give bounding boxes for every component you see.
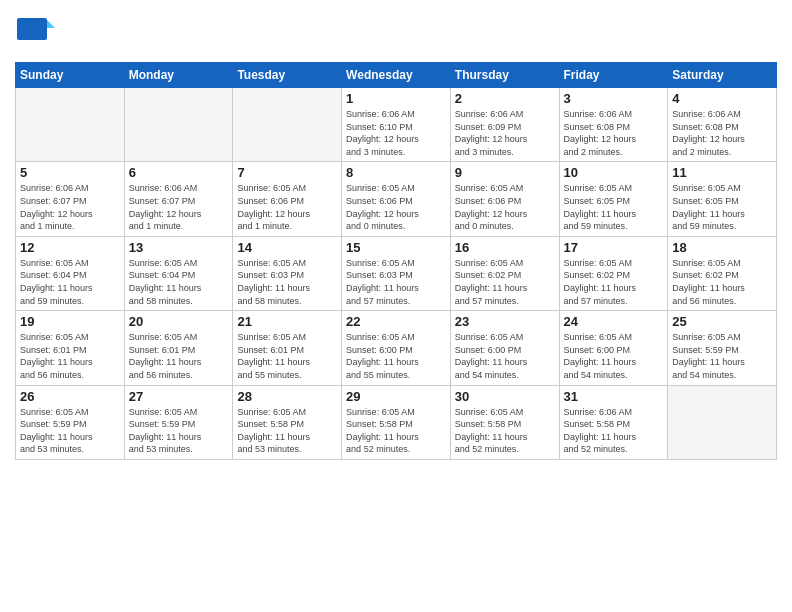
day-header-tuesday: Tuesday [233, 63, 342, 88]
day-header-thursday: Thursday [450, 63, 559, 88]
week-row-4: 19Sunrise: 6:05 AM Sunset: 6:01 PM Dayli… [16, 311, 777, 385]
day-number: 11 [672, 165, 772, 180]
day-number: 5 [20, 165, 120, 180]
calendar-cell: 1Sunrise: 6:06 AM Sunset: 6:10 PM Daylig… [342, 88, 451, 162]
day-info: Sunrise: 6:05 AM Sunset: 6:02 PM Dayligh… [564, 257, 664, 307]
calendar-cell: 8Sunrise: 6:05 AM Sunset: 6:06 PM Daylig… [342, 162, 451, 236]
calendar-cell: 2Sunrise: 6:06 AM Sunset: 6:09 PM Daylig… [450, 88, 559, 162]
day-info: Sunrise: 6:05 AM Sunset: 6:00 PM Dayligh… [455, 331, 555, 381]
calendar-cell: 27Sunrise: 6:05 AM Sunset: 5:59 PM Dayli… [124, 385, 233, 459]
day-number: 28 [237, 389, 337, 404]
calendar-cell: 11Sunrise: 6:05 AM Sunset: 6:05 PM Dayli… [668, 162, 777, 236]
header-row: SundayMondayTuesdayWednesdayThursdayFrid… [16, 63, 777, 88]
day-number: 26 [20, 389, 120, 404]
day-header-sunday: Sunday [16, 63, 125, 88]
day-number: 10 [564, 165, 664, 180]
logo-icon [15, 10, 55, 50]
week-row-5: 26Sunrise: 6:05 AM Sunset: 5:59 PM Dayli… [16, 385, 777, 459]
calendar-cell: 29Sunrise: 6:05 AM Sunset: 5:58 PM Dayli… [342, 385, 451, 459]
day-info: Sunrise: 6:05 AM Sunset: 6:01 PM Dayligh… [20, 331, 120, 381]
day-number: 14 [237, 240, 337, 255]
calendar-cell: 6Sunrise: 6:06 AM Sunset: 6:07 PM Daylig… [124, 162, 233, 236]
day-info: Sunrise: 6:05 AM Sunset: 6:05 PM Dayligh… [564, 182, 664, 232]
day-number: 8 [346, 165, 446, 180]
calendar-header: SundayMondayTuesdayWednesdayThursdayFrid… [16, 63, 777, 88]
calendar-cell: 19Sunrise: 6:05 AM Sunset: 6:01 PM Dayli… [16, 311, 125, 385]
day-info: Sunrise: 6:05 AM Sunset: 6:03 PM Dayligh… [237, 257, 337, 307]
day-info: Sunrise: 6:05 AM Sunset: 5:59 PM Dayligh… [129, 406, 229, 456]
calendar-cell: 31Sunrise: 6:06 AM Sunset: 5:58 PM Dayli… [559, 385, 668, 459]
day-number: 12 [20, 240, 120, 255]
day-info: Sunrise: 6:05 AM Sunset: 6:01 PM Dayligh… [237, 331, 337, 381]
calendar-cell: 14Sunrise: 6:05 AM Sunset: 6:03 PM Dayli… [233, 236, 342, 310]
day-info: Sunrise: 6:05 AM Sunset: 6:02 PM Dayligh… [672, 257, 772, 307]
day-info: Sunrise: 6:06 AM Sunset: 6:07 PM Dayligh… [129, 182, 229, 232]
calendar-cell: 5Sunrise: 6:06 AM Sunset: 6:07 PM Daylig… [16, 162, 125, 236]
page: SundayMondayTuesdayWednesdayThursdayFrid… [0, 0, 792, 612]
calendar-cell: 20Sunrise: 6:05 AM Sunset: 6:01 PM Dayli… [124, 311, 233, 385]
calendar-table: SundayMondayTuesdayWednesdayThursdayFrid… [15, 62, 777, 460]
day-info: Sunrise: 6:05 AM Sunset: 5:59 PM Dayligh… [672, 331, 772, 381]
calendar-cell: 23Sunrise: 6:05 AM Sunset: 6:00 PM Dayli… [450, 311, 559, 385]
calendar-cell: 17Sunrise: 6:05 AM Sunset: 6:02 PM Dayli… [559, 236, 668, 310]
calendar-cell: 13Sunrise: 6:05 AM Sunset: 6:04 PM Dayli… [124, 236, 233, 310]
calendar-cell: 24Sunrise: 6:05 AM Sunset: 6:00 PM Dayli… [559, 311, 668, 385]
day-info: Sunrise: 6:05 AM Sunset: 6:04 PM Dayligh… [129, 257, 229, 307]
day-number: 29 [346, 389, 446, 404]
day-info: Sunrise: 6:06 AM Sunset: 6:08 PM Dayligh… [564, 108, 664, 158]
calendar-cell [233, 88, 342, 162]
calendar-cell: 25Sunrise: 6:05 AM Sunset: 5:59 PM Dayli… [668, 311, 777, 385]
day-header-friday: Friday [559, 63, 668, 88]
calendar-cell [668, 385, 777, 459]
calendar-cell [16, 88, 125, 162]
day-number: 19 [20, 314, 120, 329]
day-header-monday: Monday [124, 63, 233, 88]
calendar-body: 1Sunrise: 6:06 AM Sunset: 6:10 PM Daylig… [16, 88, 777, 460]
day-number: 20 [129, 314, 229, 329]
day-number: 13 [129, 240, 229, 255]
day-info: Sunrise: 6:05 AM Sunset: 6:06 PM Dayligh… [237, 182, 337, 232]
day-number: 3 [564, 91, 664, 106]
calendar-cell [124, 88, 233, 162]
week-row-2: 5Sunrise: 6:06 AM Sunset: 6:07 PM Daylig… [16, 162, 777, 236]
day-number: 4 [672, 91, 772, 106]
week-row-3: 12Sunrise: 6:05 AM Sunset: 6:04 PM Dayli… [16, 236, 777, 310]
day-info: Sunrise: 6:05 AM Sunset: 6:02 PM Dayligh… [455, 257, 555, 307]
calendar-cell: 30Sunrise: 6:05 AM Sunset: 5:58 PM Dayli… [450, 385, 559, 459]
day-info: Sunrise: 6:05 AM Sunset: 5:58 PM Dayligh… [237, 406, 337, 456]
day-header-saturday: Saturday [668, 63, 777, 88]
day-number: 6 [129, 165, 229, 180]
calendar-cell: 22Sunrise: 6:05 AM Sunset: 6:00 PM Dayli… [342, 311, 451, 385]
day-info: Sunrise: 6:06 AM Sunset: 5:58 PM Dayligh… [564, 406, 664, 456]
day-info: Sunrise: 6:06 AM Sunset: 6:10 PM Dayligh… [346, 108, 446, 158]
day-number: 1 [346, 91, 446, 106]
calendar-cell: 12Sunrise: 6:05 AM Sunset: 6:04 PM Dayli… [16, 236, 125, 310]
svg-marker-1 [47, 20, 55, 28]
day-number: 15 [346, 240, 446, 255]
day-number: 22 [346, 314, 446, 329]
day-info: Sunrise: 6:06 AM Sunset: 6:09 PM Dayligh… [455, 108, 555, 158]
day-info: Sunrise: 6:05 AM Sunset: 6:06 PM Dayligh… [346, 182, 446, 232]
calendar-cell: 4Sunrise: 6:06 AM Sunset: 6:08 PM Daylig… [668, 88, 777, 162]
calendar-cell: 10Sunrise: 6:05 AM Sunset: 6:05 PM Dayli… [559, 162, 668, 236]
day-info: Sunrise: 6:05 AM Sunset: 6:06 PM Dayligh… [455, 182, 555, 232]
calendar-cell: 15Sunrise: 6:05 AM Sunset: 6:03 PM Dayli… [342, 236, 451, 310]
day-info: Sunrise: 6:05 AM Sunset: 6:01 PM Dayligh… [129, 331, 229, 381]
day-info: Sunrise: 6:06 AM Sunset: 6:07 PM Dayligh… [20, 182, 120, 232]
day-number: 30 [455, 389, 555, 404]
calendar-cell: 7Sunrise: 6:05 AM Sunset: 6:06 PM Daylig… [233, 162, 342, 236]
day-number: 9 [455, 165, 555, 180]
day-info: Sunrise: 6:05 AM Sunset: 6:04 PM Dayligh… [20, 257, 120, 307]
logo [15, 10, 59, 54]
header [15, 10, 777, 54]
calendar-cell: 18Sunrise: 6:05 AM Sunset: 6:02 PM Dayli… [668, 236, 777, 310]
day-number: 25 [672, 314, 772, 329]
day-number: 16 [455, 240, 555, 255]
day-number: 27 [129, 389, 229, 404]
calendar-cell: 16Sunrise: 6:05 AM Sunset: 6:02 PM Dayli… [450, 236, 559, 310]
day-info: Sunrise: 6:05 AM Sunset: 6:00 PM Dayligh… [564, 331, 664, 381]
calendar-cell: 28Sunrise: 6:05 AM Sunset: 5:58 PM Dayli… [233, 385, 342, 459]
day-info: Sunrise: 6:05 AM Sunset: 5:59 PM Dayligh… [20, 406, 120, 456]
day-info: Sunrise: 6:06 AM Sunset: 6:08 PM Dayligh… [672, 108, 772, 158]
day-number: 2 [455, 91, 555, 106]
